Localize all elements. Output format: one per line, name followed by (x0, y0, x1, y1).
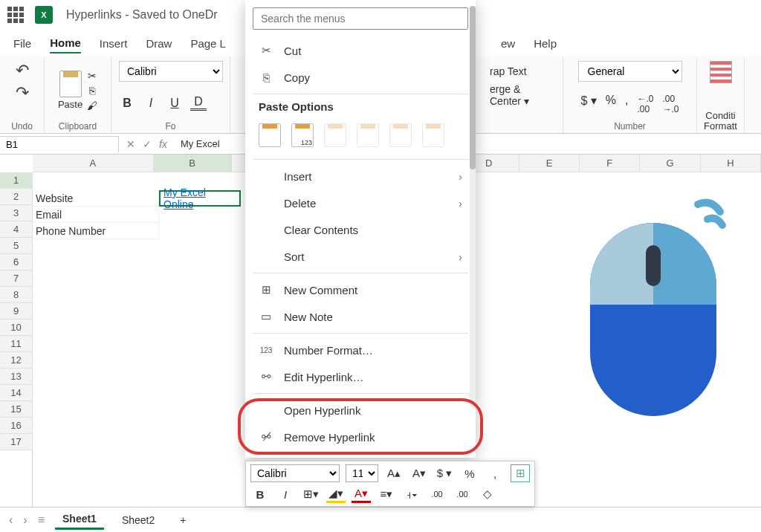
format-painter-icon[interactable]: 🖌 (87, 100, 97, 111)
mini-clear-icon[interactable]: ◇ (478, 485, 497, 503)
sheet-tab-1[interactable]: Sheet1 (55, 510, 104, 530)
tab-home[interactable]: Home (50, 33, 81, 53)
comma-button[interactable]: , (625, 94, 628, 114)
decrease-decimal-button[interactable]: ←.0.00 (638, 94, 654, 114)
app-launcher-icon[interactable] (7, 7, 24, 23)
tab-help[interactable]: Help (534, 34, 557, 53)
row-header-12[interactable]: 12 (0, 352, 33, 369)
cell-a1[interactable]: Website (33, 190, 159, 207)
context-clear-contents[interactable]: Clear Contents (245, 216, 476, 243)
row-header-15[interactable]: 15 (0, 401, 33, 418)
mini-inc-decimal[interactable]: .00 (453, 485, 472, 503)
row-header-11[interactable]: 11 (0, 336, 33, 352)
mini-merge-icon[interactable]: ⫞▾ (402, 485, 421, 503)
row-header-8[interactable]: 8 (0, 287, 33, 303)
currency-button[interactable]: $ ▾ (580, 94, 596, 114)
col-header-e[interactable]: E (519, 155, 580, 172)
context-open-hyperlink[interactable]: Open Hyperlink (245, 397, 476, 424)
mini-table-icon[interactable]: ⊞ (511, 464, 530, 482)
mini-borders-icon[interactable]: ⊞▾ (301, 485, 320, 503)
cell-a2[interactable]: Email (33, 207, 159, 223)
context-cut[interactable]: ✂Cut (245, 37, 476, 64)
sheet-all-icon[interactable]: ≡ (38, 513, 45, 527)
mini-dec-decimal[interactable]: .00 (427, 485, 447, 503)
tab-draw[interactable]: Draw (146, 34, 172, 53)
italic-button[interactable]: I (143, 97, 159, 110)
mini-bold[interactable]: B (250, 485, 270, 503)
mini-fill-color[interactable]: ◢▾ (326, 485, 346, 503)
copy-icon[interactable]: ⎘ (89, 85, 95, 97)
sheet-tab-2[interactable]: Sheet2 (114, 511, 162, 529)
context-edit-hyperlink[interactable]: ⚯Edit Hyperlink… (245, 363, 476, 390)
row-header-3[interactable]: 3 (0, 205, 33, 221)
formula-value-fragment[interactable]: My Excel (175, 138, 226, 149)
row-header-6[interactable]: 6 (0, 254, 33, 270)
sheet-next-icon[interactable]: › (23, 513, 27, 527)
context-sort[interactable]: Sort› (245, 243, 476, 270)
double-underline-button[interactable]: D (190, 95, 207, 111)
row-header-9[interactable]: 9 (0, 303, 33, 319)
paste-all-icon[interactable] (259, 123, 281, 147)
context-number-format[interactable]: 123Number Format… (245, 337, 476, 363)
tab-page-layout[interactable]: Page L (190, 34, 226, 53)
mini-size-select[interactable]: 11 (346, 464, 378, 482)
fx-icon[interactable]: fx (159, 138, 167, 150)
context-delete[interactable]: Delete› (245, 189, 476, 216)
accept-formula-icon[interactable]: ✓ (143, 138, 152, 150)
col-header-g[interactable]: G (640, 155, 700, 172)
bold-button[interactable]: B (119, 97, 135, 110)
font-family-select[interactable]: Calibri (119, 61, 223, 82)
mini-percent[interactable]: % (460, 464, 479, 482)
cut-icon[interactable]: ✂ (88, 70, 97, 82)
col-header-c-fragment[interactable] (232, 155, 246, 172)
row-header-14[interactable]: 14 (0, 385, 33, 401)
context-new-comment[interactable]: ⊞New Comment (245, 276, 476, 303)
row-header-16[interactable]: 16 (0, 418, 33, 434)
col-header-h[interactable]: H (701, 155, 761, 172)
row-header-4[interactable]: 4 (0, 221, 33, 238)
undo-button[interactable] (13, 61, 32, 80)
underline-button[interactable]: U (166, 97, 183, 110)
context-copy[interactable]: ⎘Copy (245, 64, 476, 91)
mini-font-color[interactable]: A▾ (352, 485, 371, 503)
context-new-note[interactable]: ▭New Note (245, 303, 476, 330)
tab-view-fragment[interactable]: ew (501, 34, 515, 53)
number-format-select[interactable]: General (578, 61, 682, 82)
row-header-13[interactable]: 13 (0, 369, 33, 385)
row-header-17[interactable]: 17 (0, 434, 33, 450)
context-insert[interactable]: Insert› (245, 163, 476, 189)
context-scrollbar[interactable] (470, 6, 476, 407)
sheet-prev-icon[interactable]: ‹ (9, 513, 13, 527)
tab-insert[interactable]: Insert (100, 34, 128, 53)
col-header-b[interactable]: B (154, 155, 232, 172)
mini-align-icon[interactable]: ≡▾ (377, 485, 396, 503)
mini-italic[interactable]: I (276, 485, 295, 503)
row-header-10[interactable]: 10 (0, 319, 33, 336)
context-search-input[interactable] (253, 7, 468, 30)
increase-decimal-button[interactable]: .00→.0 (663, 94, 679, 114)
merge-center-button[interactable]: erge & Center ▾ (490, 83, 548, 107)
cell-a3[interactable]: Phone Number (33, 223, 159, 239)
paste-icon[interactable] (59, 71, 82, 97)
percent-button[interactable]: % (606, 94, 616, 114)
name-box[interactable] (0, 136, 119, 152)
add-sheet-button[interactable]: + (172, 511, 193, 529)
col-header-f[interactable]: F (580, 155, 640, 172)
cell-b1-active[interactable]: My Excel Online (159, 190, 241, 207)
cancel-formula-icon[interactable]: ✕ (126, 138, 135, 150)
context-remove-hyperlink[interactable]: ⚯̸Remove Hyperlink (245, 424, 476, 450)
conditional-formatting-icon[interactable] (710, 61, 732, 83)
mini-font-select[interactable]: Calibri (250, 464, 340, 482)
mini-currency[interactable]: $ ▾ (435, 464, 454, 482)
row-header-2[interactable]: 2 (0, 189, 33, 205)
redo-button[interactable] (13, 83, 32, 103)
mini-shrink-font[interactable]: A▾ (409, 464, 429, 482)
row-header-7[interactable]: 7 (0, 270, 33, 287)
paste-values-icon[interactable]: 123 (291, 123, 314, 147)
row-header-1[interactable]: 1 (0, 172, 33, 189)
col-header-a[interactable]: A (33, 155, 154, 172)
row-header-5[interactable]: 5 (0, 238, 33, 254)
mini-grow-font[interactable]: A▴ (384, 464, 404, 482)
wrap-text-button[interactable]: rap Text (490, 65, 548, 77)
mini-comma[interactable]: , (485, 464, 505, 482)
